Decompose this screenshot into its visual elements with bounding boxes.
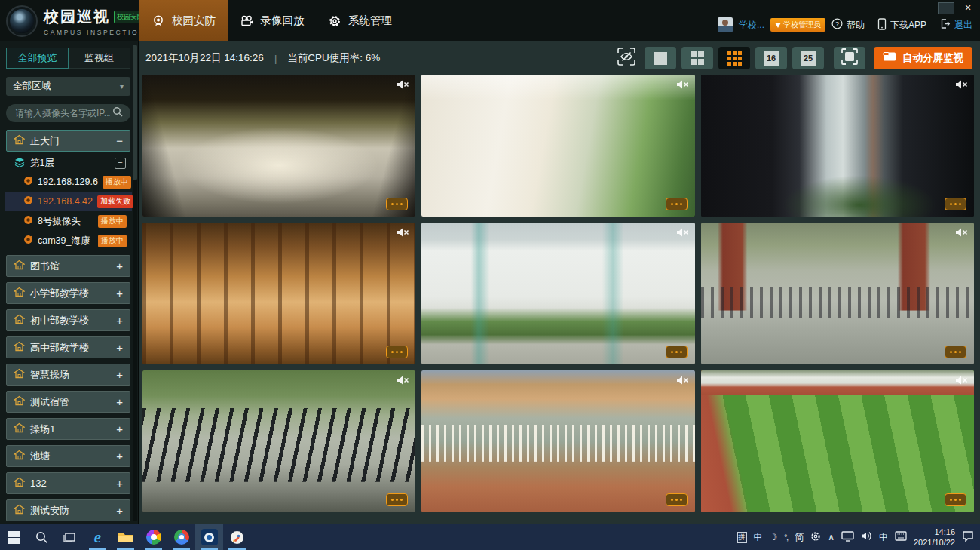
tree-group-library[interactable]: 图书馆 + <box>6 255 130 277</box>
expand-icon[interactable]: + <box>116 396 123 407</box>
camera-menu-button[interactable] <box>386 198 408 210</box>
camera-tile-6[interactable] <box>701 223 974 364</box>
expand-icon[interactable]: + <box>116 342 123 353</box>
fullscreen-button[interactable] <box>834 47 865 69</box>
start-button[interactable] <box>0 524 28 550</box>
tree-group-test-dorm[interactable]: 测试宿管 + <box>6 391 130 413</box>
muted-speaker-icon[interactable] <box>397 79 409 93</box>
sidebar-scrollbar[interactable] <box>133 45 137 521</box>
collapse-icon[interactable]: − <box>116 135 123 146</box>
touch-keyboard-icon[interactable] <box>895 531 907 543</box>
ime-punct-icon[interactable]: °, <box>784 533 788 542</box>
ime-simplified-icon[interactable]: 简 <box>795 531 804 544</box>
download-app-button[interactable]: 下载APP <box>877 18 926 32</box>
collapse-box-icon[interactable]: − <box>115 158 126 169</box>
camera-tile-8[interactable] <box>421 370 694 512</box>
ime-pinyin-icon[interactable]: 拼 <box>737 532 747 543</box>
camera-menu-button[interactable] <box>945 346 966 358</box>
auto-split-monitor-button[interactable]: 自动分屏监视 <box>874 47 972 69</box>
muted-speaker-icon[interactable] <box>955 375 968 389</box>
camera-tile-1[interactable] <box>142 75 415 217</box>
tree-group-main-gate[interactable]: 正大门 − <box>6 130 130 152</box>
user-avatar[interactable] <box>718 17 733 32</box>
camera-tile-7[interactable] <box>142 370 415 512</box>
expand-icon[interactable]: + <box>116 369 123 380</box>
scrollbar-thumb[interactable] <box>133 45 137 180</box>
camera-tile-4[interactable] <box>142 223 415 364</box>
expand-icon[interactable]: + <box>116 450 123 462</box>
tree-group-middle-school[interactable]: 初中部教学楼 + <box>6 309 130 331</box>
tray-lang-indicator[interactable]: 中 <box>879 531 888 544</box>
speaker-icon[interactable] <box>861 531 872 543</box>
tree-group-smart-playground[interactable]: 智慧操场 + <box>6 364 130 386</box>
layout-9-button[interactable] <box>718 47 750 69</box>
expand-icon[interactable]: + <box>116 423 123 435</box>
help-button[interactable]: ? 帮助 <box>831 18 865 32</box>
tab-system-management[interactable]: 系统管理 <box>316 0 404 41</box>
camera-menu-button[interactable] <box>945 198 966 210</box>
muted-speaker-icon[interactable] <box>955 79 968 93</box>
muted-speaker-icon[interactable] <box>676 227 689 241</box>
tree-camera-row[interactable]: 8号摄像头 播放中 <box>5 211 132 231</box>
camera-tile-3[interactable] <box>701 75 974 217</box>
ime-lang-icon[interactable]: 中 <box>754 531 763 544</box>
minimize-button[interactable]: ─ <box>938 2 954 14</box>
campus-app-taskbar-icon[interactable] <box>195 524 223 550</box>
chrome-icon[interactable] <box>167 524 195 550</box>
internet-explorer-icon[interactable]: e <box>84 524 112 550</box>
muted-speaker-icon[interactable] <box>676 79 689 93</box>
tree-group-primary-school[interactable]: 小学部教学楼 + <box>6 282 130 304</box>
action-center-icon[interactable] <box>962 530 974 544</box>
layout-1-button[interactable] <box>645 47 676 69</box>
tree-camera-row[interactable]: cam39_海康 播放中 <box>5 231 132 250</box>
layout-25-button[interactable]: 25 <box>792 47 824 69</box>
tree-group-playground1[interactable]: 操场1 + <box>6 418 130 440</box>
tree-camera-row[interactable]: 192.168.129.6 播放中 <box>5 172 132 192</box>
layout-16-button[interactable]: 16 <box>755 47 787 69</box>
camera-menu-button[interactable] <box>386 493 408 506</box>
search-input[interactable] <box>14 107 112 119</box>
taskbar-clock[interactable]: 14:16 2021/10/22 <box>914 527 955 548</box>
file-explorer-icon[interactable] <box>112 524 139 550</box>
camera-menu-button[interactable] <box>666 493 688 506</box>
camera-menu-button[interactable] <box>945 493 966 506</box>
layout-4-button[interactable] <box>681 47 713 69</box>
camera-tile-9[interactable] <box>701 370 974 512</box>
taskbar-search-icon[interactable] <box>28 524 56 550</box>
muted-speaker-icon[interactable] <box>676 375 689 389</box>
camera-menu-button[interactable] <box>666 346 688 358</box>
muted-speaker-icon[interactable] <box>955 227 968 241</box>
tree-floor-1[interactable]: 第1层 − <box>5 154 132 172</box>
tray-chevron-up-icon[interactable]: ∧ <box>828 532 835 542</box>
ime-settings-gear-icon[interactable] <box>810 531 821 544</box>
tree-group-test-security[interactable]: 测试安防 + <box>6 499 130 521</box>
tree-camera-row-selected[interactable]: 192.168.4.42 加载失败 <box>5 192 132 211</box>
camera-menu-button[interactable] <box>386 346 408 358</box>
display-icon[interactable] <box>841 531 854 544</box>
browser-wheel-icon[interactable] <box>139 524 167 550</box>
expand-icon[interactable]: + <box>116 505 123 516</box>
tree-group-132[interactable]: 132 + <box>6 472 130 494</box>
camera-menu-button[interactable] <box>666 198 688 210</box>
tab-playback[interactable]: 录像回放 <box>228 0 316 41</box>
camera-tile-2[interactable] <box>421 75 694 217</box>
task-view-icon[interactable] <box>56 524 84 550</box>
ime-moon-icon[interactable]: ☽ <box>770 532 778 542</box>
region-dropdown[interactable]: 全部区域 ▾ <box>6 77 130 96</box>
rocket-app-icon[interactable] <box>223 524 251 550</box>
expand-icon[interactable]: + <box>116 315 123 326</box>
muted-speaker-icon[interactable] <box>397 375 409 389</box>
close-button[interactable]: ✕ <box>960 3 975 14</box>
logout-button[interactable]: 退出 <box>939 18 972 32</box>
expand-icon[interactable]: + <box>116 478 123 489</box>
tree-group-pond[interactable]: 池塘 + <box>6 445 130 467</box>
face-scan-toggle-button[interactable] <box>614 47 639 69</box>
expand-icon[interactable]: + <box>116 287 123 299</box>
camera-tile-5[interactable] <box>421 223 694 364</box>
tab-campus-security[interactable]: 校园安防 <box>139 0 228 41</box>
tree-group-high-school[interactable]: 高中部教学楼 + <box>6 336 130 358</box>
user-name[interactable]: 学校... <box>739 19 764 32</box>
muted-speaker-icon[interactable] <box>397 227 409 241</box>
tab-monitor-groups[interactable]: 监视组 <box>69 48 130 68</box>
tab-all-preview[interactable]: 全部预览 <box>6 48 69 69</box>
